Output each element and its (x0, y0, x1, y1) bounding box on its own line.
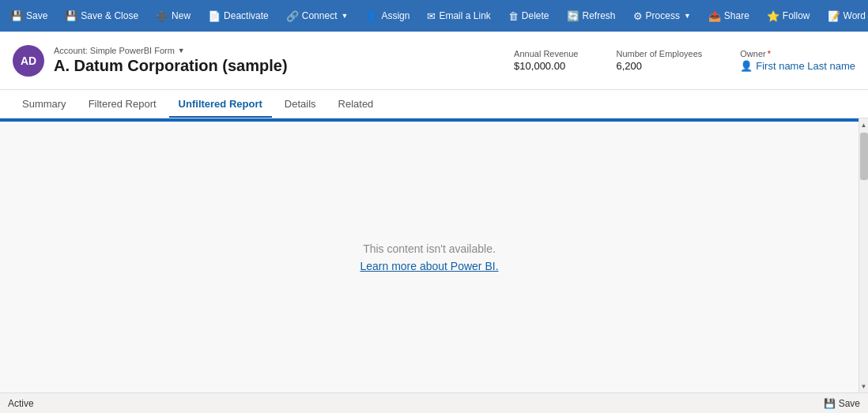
email-link-button[interactable]: ✉ Email a Link (421, 7, 496, 25)
process-icon: ⚙ (633, 10, 643, 22)
follow-icon: ⭐ (767, 10, 779, 22)
refresh-icon: 🔄 (567, 10, 579, 22)
num-employees-value: 6,200 (616, 60, 702, 72)
email-icon: ✉ (427, 10, 436, 22)
annual-revenue-label: Annual Revenue (514, 49, 578, 58)
share-icon: 📤 (708, 10, 721, 22)
powerbi-placeholder: This content isn't available. Learn more… (0, 122, 859, 392)
scrollbar-down-arrow[interactable]: ▼ (859, 380, 868, 392)
tab-related[interactable]: Related (329, 92, 383, 118)
share-button[interactable]: 📤 Share (703, 7, 755, 25)
scrollbar-up-arrow[interactable]: ▲ (859, 118, 868, 131)
follow-button[interactable]: ⭐ Follow (761, 7, 816, 25)
status-text: Active (8, 398, 34, 409)
content-area: This content isn't available. Learn more… (0, 118, 868, 392)
owner-label: Owner* (740, 49, 855, 58)
deactivate-button[interactable]: 📄 Deactivate (202, 7, 274, 25)
save-button[interactable]: 💾 Save (5, 7, 53, 25)
toolbar: 💾 Save 💾 Save & Close ➕ New 📄 Deactivate… (0, 0, 868, 32)
record-name: A. Datum Corporation (sample) (54, 57, 288, 75)
scrollbar-track: ▲ ▼ (859, 118, 868, 392)
person-icon: 👤 (740, 60, 753, 72)
connect-button[interactable]: 🔗 Connect ▼ (281, 7, 354, 25)
status-save-icon: 💾 (824, 398, 836, 409)
record-title-block: Account: Simple PowerBI Form ▼ A. Datum … (54, 46, 288, 75)
save-close-icon: 💾 (65, 10, 77, 22)
save-close-button[interactable]: 💾 Save & Close (59, 7, 144, 25)
owner-field: Owner* 👤 First name Last name (740, 49, 855, 72)
new-icon: ➕ (156, 10, 168, 22)
status-save-button[interactable]: 💾 Save (824, 398, 860, 409)
word-templates-icon: 📝 (828, 10, 840, 22)
connect-dropdown-caret: ▼ (341, 12, 348, 20)
assign-button[interactable]: 👤 Assign (360, 7, 415, 25)
tab-summary[interactable]: Summary (13, 92, 76, 118)
record-header: AD Account: Simple PowerBI Form ▼ A. Dat… (0, 32, 868, 90)
main-content: This content isn't available. Learn more… (0, 118, 859, 392)
unavailable-text: This content isn't available. (363, 242, 496, 255)
assign-icon: 👤 (365, 10, 378, 22)
save-icon: 💾 (10, 10, 23, 22)
tab-details[interactable]: Details (275, 92, 326, 118)
form-dropdown-caret[interactable]: ▼ (178, 47, 185, 54)
connect-icon: 🔗 (286, 10, 299, 22)
scrollbar-thumb[interactable] (860, 133, 868, 180)
process-button[interactable]: ⚙ Process ▼ (628, 7, 696, 25)
process-dropdown-caret: ▼ (684, 12, 691, 20)
num-employees-field: Number of Employees 6,200 (616, 49, 702, 72)
tab-filtered-report[interactable]: Filtered Report (79, 92, 166, 118)
delete-button[interactable]: 🗑 Delete (503, 7, 555, 25)
refresh-button[interactable]: 🔄 Refresh (561, 7, 621, 25)
tabs-bar: Summary Filtered Report Unfiltered Repor… (0, 90, 868, 118)
delete-icon: 🗑 (508, 10, 519, 22)
word-templates-button[interactable]: 📝 Word Templates ▼ (822, 7, 868, 25)
deactivate-icon: 📄 (208, 10, 221, 22)
annual-revenue-field: Annual Revenue $10,000.00 (514, 49, 578, 72)
new-button[interactable]: ➕ New (150, 7, 196, 25)
owner-required: * (768, 49, 771, 58)
annual-revenue-value: $10,000.00 (514, 60, 578, 72)
owner-value[interactable]: 👤 First name Last name (740, 60, 855, 72)
record-form-label: Account: Simple PowerBI Form ▼ (54, 46, 288, 55)
avatar: AD (13, 45, 44, 77)
status-bar: Active 💾 Save (0, 392, 868, 413)
record-fields: Annual Revenue $10,000.00 Number of Empl… (514, 49, 855, 72)
tab-unfiltered-report[interactable]: Unfiltered Report (169, 92, 272, 118)
num-employees-label: Number of Employees (616, 49, 702, 58)
learn-more-link[interactable]: Learn more about Power BI. (360, 260, 498, 272)
